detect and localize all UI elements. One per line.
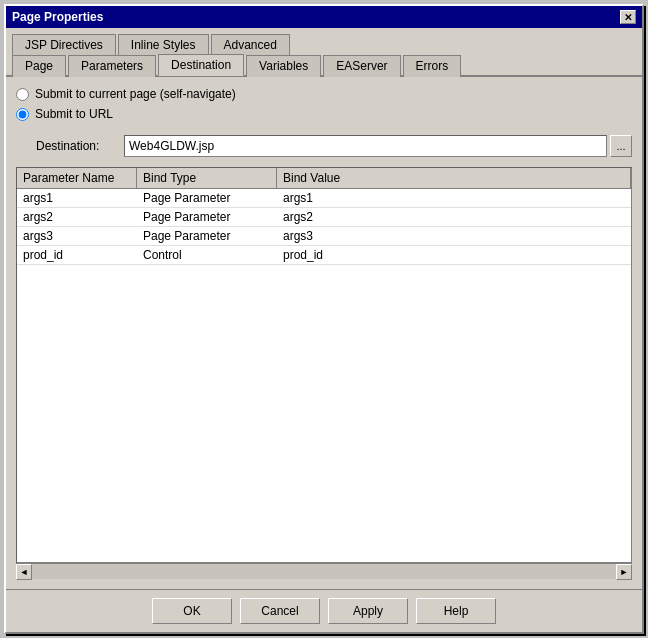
tab-page[interactable]: Page	[12, 55, 66, 77]
dialog-title: Page Properties	[12, 10, 103, 24]
top-tab-row: JSP Directives Inline Styles Advanced	[6, 28, 642, 54]
scroll-track[interactable]	[32, 564, 616, 579]
scroll-right-button[interactable]: ►	[616, 564, 632, 580]
radio-submit-url-label: Submit to URL	[35, 107, 113, 121]
bottom-buttons: OK Cancel Apply Help	[6, 589, 642, 632]
radio-group: Submit to current page (self-navigate) S…	[16, 87, 632, 127]
radio-row-self-navigate: Submit to current page (self-navigate)	[16, 87, 632, 101]
title-bar: Page Properties ✕	[6, 6, 642, 28]
cell-param-name: args2	[17, 208, 137, 226]
radio-self-navigate[interactable]	[16, 88, 29, 101]
cell-bind-type: Control	[137, 246, 277, 264]
table-row[interactable]: args1Page Parameterargs1	[17, 189, 631, 208]
destination-row: Destination: ...	[36, 135, 632, 157]
close-button[interactable]: ✕	[620, 10, 636, 24]
tab-variables[interactable]: Variables	[246, 55, 321, 77]
cell-bind-type: Page Parameter	[137, 189, 277, 207]
bottom-tab-row: Page Parameters Destination Variables EA…	[6, 53, 642, 77]
tab-destination[interactable]: Destination	[158, 54, 244, 76]
cell-bind-value: args2	[277, 208, 631, 226]
page-properties-dialog: Page Properties ✕ JSP Directives Inline …	[4, 4, 644, 634]
tab-advanced[interactable]: Advanced	[211, 34, 290, 55]
cell-bind-type: Page Parameter	[137, 208, 277, 226]
table-header: Parameter Name Bind Type Bind Value	[17, 168, 631, 189]
ok-button[interactable]: OK	[152, 598, 232, 624]
table-row[interactable]: prod_idControlprod_id	[17, 246, 631, 265]
header-bind-type: Bind Type	[137, 168, 277, 188]
table-row[interactable]: args3Page Parameterargs3	[17, 227, 631, 246]
browse-button[interactable]: ...	[610, 135, 632, 157]
cell-bind-type: Page Parameter	[137, 227, 277, 245]
cell-bind-value: args1	[277, 189, 631, 207]
cell-bind-value: prod_id	[277, 246, 631, 264]
radio-submit-url[interactable]	[16, 108, 29, 121]
table-body: args1Page Parameterargs1args2Page Parame…	[17, 189, 631, 562]
tab-jsp-directives[interactable]: JSP Directives	[12, 34, 116, 55]
cell-param-name: args1	[17, 189, 137, 207]
header-param-name: Parameter Name	[17, 168, 137, 188]
header-bind-value: Bind Value	[277, 168, 631, 188]
cancel-button[interactable]: Cancel	[240, 598, 320, 624]
apply-button[interactable]: Apply	[328, 598, 408, 624]
table-row[interactable]: args2Page Parameterargs2	[17, 208, 631, 227]
tab-parameters[interactable]: Parameters	[68, 55, 156, 77]
parameters-table: Parameter Name Bind Type Bind Value args…	[16, 167, 632, 563]
cell-param-name: prod_id	[17, 246, 137, 264]
tab-inline-styles[interactable]: Inline Styles	[118, 34, 209, 55]
scroll-left-button[interactable]: ◄	[16, 564, 32, 580]
content-area: Submit to current page (self-navigate) S…	[6, 77, 642, 589]
cell-param-name: args3	[17, 227, 137, 245]
tab-easerver[interactable]: EAServer	[323, 55, 400, 77]
radio-self-navigate-label: Submit to current page (self-navigate)	[35, 87, 236, 101]
help-button[interactable]: Help	[416, 598, 496, 624]
cell-bind-value: args3	[277, 227, 631, 245]
tab-errors[interactable]: Errors	[403, 55, 462, 77]
destination-label: Destination:	[36, 139, 116, 153]
destination-input[interactable]	[124, 135, 607, 157]
radio-row-submit-url: Submit to URL	[16, 107, 632, 121]
horizontal-scrollbar: ◄ ►	[16, 563, 632, 579]
